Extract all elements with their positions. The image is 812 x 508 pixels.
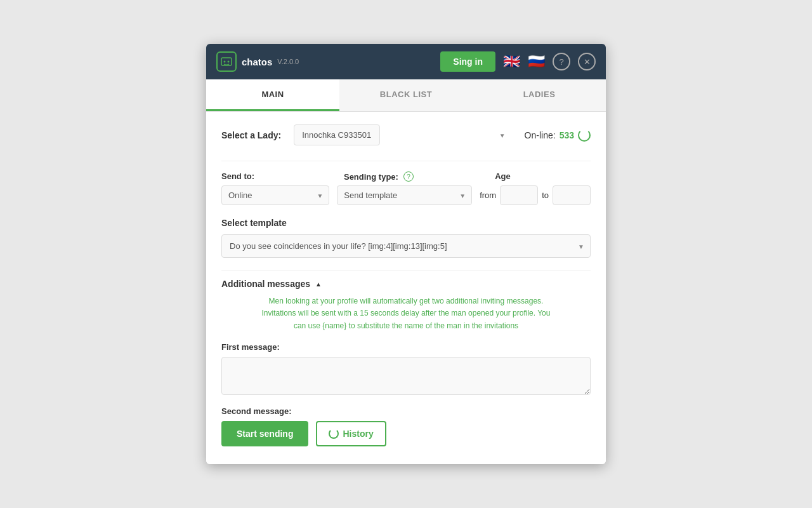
app-header: chatos V.2.0.0 Sing in 🇬🇧 🇷🇺 ? ✕ (206, 44, 606, 79)
sending-type-help-icon[interactable]: ? (403, 171, 414, 182)
start-sending-button[interactable]: Start sending (221, 421, 308, 446)
sending-type-label: Sending type: (344, 172, 398, 182)
online-spinner (578, 129, 591, 142)
first-message-label: First message: (221, 342, 591, 352)
flag-en-icon[interactable]: 🇬🇧 (503, 53, 520, 70)
age-inputs: from to (480, 185, 591, 205)
bottom-actions: Start sending History (221, 421, 591, 451)
select-template-section: Select template Do you see coincidences … (221, 218, 591, 258)
history-spinner-icon (329, 429, 339, 439)
age-to-label: to (542, 190, 549, 200)
additional-messages-header: Additional messages ▲ (221, 279, 591, 289)
online-label: On-line: (525, 130, 556, 140)
tab-ladies[interactable]: LADIES (473, 79, 606, 111)
svg-point-2 (228, 61, 230, 63)
age-to-input[interactable] (553, 185, 591, 205)
select-lady-label: Select a Lady: (221, 130, 281, 140)
age-from-input[interactable] (500, 185, 538, 205)
age-label: Age (495, 171, 591, 182)
close-button[interactable]: ✕ (578, 53, 596, 70)
logo-text: chatos (242, 57, 272, 67)
send-to-select[interactable]: Online All Offline (221, 185, 329, 205)
select-template-label: Select template (221, 218, 591, 228)
first-message-textarea[interactable] (221, 357, 591, 395)
template-select[interactable]: Do you see coincidences in your life? [i… (221, 234, 591, 258)
online-value: 533 (560, 130, 574, 140)
online-count: On-line: 533 (525, 129, 591, 142)
additional-info: Men looking at your profile will automat… (221, 295, 591, 332)
tab-bar: MAIN BLACK LIST LADIES (206, 79, 606, 112)
form-labels-row: Send to: Sending type: ? Age (221, 171, 591, 182)
template-select-wrapper: Do you see coincidences in your life? [i… (221, 234, 591, 258)
sending-type-select-wrapper: Send template Send message (337, 185, 472, 205)
tab-blacklist[interactable]: BLACK LIST (339, 79, 473, 111)
send-to-label: Send to: (221, 171, 336, 182)
logo-icon (216, 51, 237, 72)
age-from-label: from (480, 190, 496, 200)
svg-point-1 (224, 61, 226, 63)
help-button[interactable]: ? (553, 53, 570, 70)
version-text: V.2.0.0 (277, 58, 299, 65)
form-section: Send to: Sending type: ? Age Online All … (221, 171, 591, 451)
sign-in-button[interactable]: Sing in (440, 51, 495, 72)
divider-1 (221, 161, 591, 161)
lady-select-wrapper: Innochka C933501 (294, 124, 511, 145)
additional-messages-title: Additional messages (221, 279, 310, 289)
tab-main[interactable]: MAIN (206, 79, 339, 111)
flag-ru-icon[interactable]: 🇷🇺 (528, 53, 545, 70)
additional-messages-section: Additional messages ▲ Men looking at you… (221, 279, 591, 416)
form-controls-row: Online All Offline Send template Send me… (221, 185, 591, 205)
send-to-select-wrapper: Online All Offline (221, 185, 329, 205)
svg-rect-0 (221, 58, 232, 65)
second-message-label: Second message: (221, 406, 591, 416)
history-button[interactable]: History (316, 421, 386, 446)
lady-select[interactable]: Innochka C933501 (294, 124, 380, 145)
divider-2 (221, 271, 591, 271)
select-lady-row: Select a Lady: Innochka C933501 On-line:… (221, 124, 591, 145)
sending-type-select[interactable]: Send template Send message (337, 185, 472, 205)
main-content: Select a Lady: Innochka C933501 On-line:… (206, 112, 606, 464)
history-label: History (343, 429, 373, 439)
collapse-icon[interactable]: ▲ (315, 281, 322, 288)
logo-area: chatos V.2.0.0 (216, 51, 433, 72)
